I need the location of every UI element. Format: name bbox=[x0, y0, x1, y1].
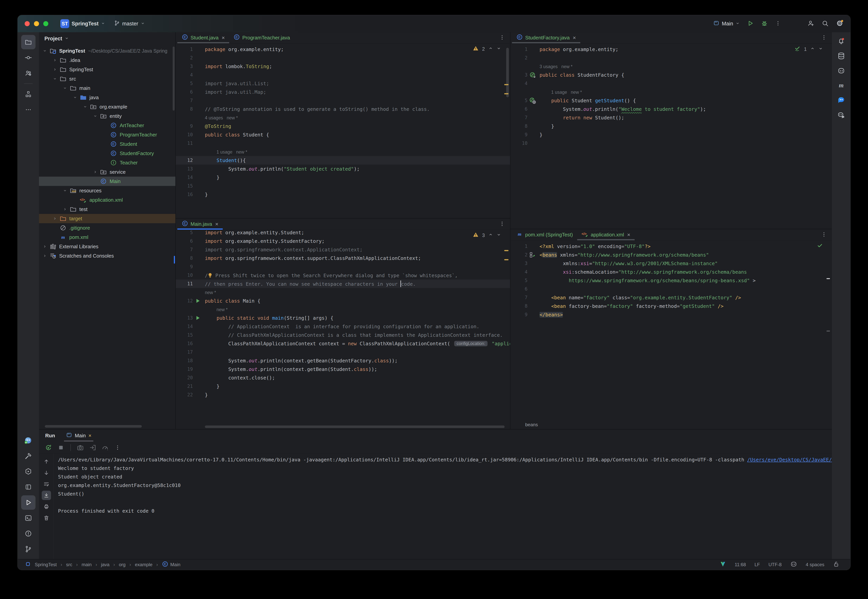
chevron-down-icon[interactable] bbox=[65, 36, 69, 42]
tool-maven-strip[interactable]: m bbox=[835, 79, 848, 92]
gauge-button[interactable] bbox=[100, 443, 110, 453]
run-tab-main[interactable]: Main × bbox=[64, 430, 93, 442]
tree-item-pom-xml[interactable]: mpom.xml bbox=[39, 233, 176, 242]
breadcrumb-item[interactable]: SpringTest bbox=[35, 562, 57, 567]
close-icon[interactable]: × bbox=[215, 221, 218, 227]
editor-vertical-scrollbar[interactable] bbox=[506, 48, 509, 97]
code-editor-area[interactable]: 5import org.example.entity.Student;6impo… bbox=[176, 230, 510, 429]
console-output[interactable]: /Users/eve/Library/Java/JavaVirtualMachi… bbox=[54, 454, 832, 559]
project-selector[interactable]: ST SpringTest bbox=[60, 19, 105, 28]
bean-gutter-icon[interactable] bbox=[527, 251, 538, 258]
tree-item-studentfactory[interactable]: CStudentFactory bbox=[39, 149, 176, 158]
tab-options-icon[interactable] bbox=[499, 35, 505, 41]
tree-chevron-icon[interactable] bbox=[92, 114, 99, 119]
inspection-widget[interactable]: 1 bbox=[794, 45, 823, 53]
tool-commit[interactable] bbox=[21, 50, 36, 65]
tree-item-artteacher[interactable]: CArtTeacher bbox=[39, 121, 176, 130]
settings-button[interactable] bbox=[836, 20, 843, 28]
tree-item-scratches-and-consoles[interactable]: Scratches and Consoles bbox=[39, 251, 176, 260]
close-window-button[interactable] bbox=[25, 21, 30, 26]
project-tree[interactable]: SpringTest~/Desktop/CS/JavaEE/2 Java Spr… bbox=[39, 45, 176, 429]
tool-notifications[interactable] bbox=[835, 35, 848, 47]
tree-item-resources[interactable]: resources bbox=[39, 186, 176, 195]
tool-build-hammer[interactable] bbox=[21, 449, 36, 463]
more-actions-button[interactable] bbox=[775, 20, 781, 27]
tab-student-java[interactable]: CStudent.java× bbox=[177, 32, 229, 43]
tree-chevron-icon[interactable] bbox=[41, 253, 49, 258]
tool-copilot-chat[interactable] bbox=[835, 109, 848, 121]
tool-project-folder[interactable] bbox=[21, 35, 36, 49]
tree-item-src[interactable]: src bbox=[39, 74, 176, 83]
vcs-branch-selector[interactable]: master bbox=[114, 20, 145, 27]
tool-pull-requests[interactable]: ? bbox=[21, 66, 36, 80]
project-panel-title[interactable]: Project bbox=[44, 36, 62, 42]
tree-item-test[interactable]: test bbox=[39, 205, 176, 214]
next-problem-icon[interactable] bbox=[818, 46, 823, 52]
zoom-window-button[interactable] bbox=[43, 21, 48, 26]
code-editor-area[interactable]: 1package org.example.entity;23import lom… bbox=[176, 44, 510, 218]
tree-chevron-icon[interactable] bbox=[61, 207, 69, 212]
tool-profiler[interactable] bbox=[21, 480, 36, 494]
status-11-68[interactable]: 11:68 bbox=[735, 562, 746, 567]
breadcrumb-item[interactable]: org bbox=[119, 562, 126, 567]
bean-gutter-icon[interactable] bbox=[527, 72, 538, 78]
run-configuration-selector[interactable]: Main bbox=[713, 20, 740, 27]
scroll-end-button[interactable] bbox=[42, 491, 51, 500]
tree-chevron-icon[interactable] bbox=[92, 169, 99, 175]
tree-item-service[interactable]: service bbox=[39, 167, 176, 177]
tool-version-control[interactable] bbox=[21, 542, 36, 556]
tree-item-main[interactable]: main bbox=[39, 83, 176, 93]
breadcrumb-item[interactable]: src bbox=[66, 562, 72, 567]
tree-item--gitignore[interactable]: .gitignore bbox=[39, 223, 176, 233]
status-utf-8[interactable]: UTF-8 bbox=[769, 562, 782, 567]
tab-main-java[interactable]: CMain.java× bbox=[177, 218, 223, 230]
bean-gutter-icon[interactable] bbox=[527, 97, 538, 104]
tree-item-programteacher[interactable]: CProgramTeacher bbox=[39, 130, 176, 139]
tree-item-springtest[interactable]: SpringTest bbox=[39, 65, 176, 74]
minimize-window-button[interactable] bbox=[34, 21, 39, 26]
copilot-status-icon[interactable] bbox=[790, 561, 797, 569]
breadcrumb[interactable]: SpringTest›src›main›java›org›example›CMa… bbox=[25, 561, 180, 569]
breadcrumb-item[interactable]: java bbox=[101, 562, 110, 567]
code-editor-area[interactable]: 1<?xml version="1.0" encoding="UTF-8"?>2… bbox=[511, 241, 832, 420]
tree-item-teacher[interactable]: ITeacher bbox=[39, 158, 176, 167]
tree-chevron-icon[interactable] bbox=[51, 67, 59, 72]
project-vertical-scrollbar[interactable] bbox=[173, 47, 174, 111]
editor-horizontal-scrollbar[interactable] bbox=[205, 426, 505, 428]
search-everywhere-button[interactable] bbox=[821, 20, 829, 27]
close-icon[interactable]: × bbox=[573, 35, 576, 41]
tree-chevron-icon[interactable] bbox=[51, 76, 59, 81]
tab-options-icon[interactable] bbox=[821, 35, 827, 41]
tree-item--idea[interactable]: .idea bbox=[39, 56, 176, 65]
run-gutter-icon[interactable] bbox=[193, 298, 203, 304]
debug-button[interactable] bbox=[761, 20, 768, 27]
close-icon[interactable]: × bbox=[627, 232, 630, 238]
project-horizontal-scrollbar[interactable] bbox=[45, 425, 142, 427]
tab-studentfactory-java[interactable]: CStudentFactory.java× bbox=[512, 32, 580, 43]
kebab-button[interactable] bbox=[113, 443, 122, 453]
tree-item-java[interactable]: java bbox=[39, 93, 176, 102]
tool-copilot[interactable] bbox=[835, 65, 848, 77]
run-button[interactable] bbox=[747, 20, 754, 27]
tree-chevron-icon[interactable] bbox=[61, 188, 69, 193]
vim-icon[interactable] bbox=[719, 561, 726, 569]
tree-item-entity[interactable]: entity bbox=[39, 111, 176, 121]
tool-problems[interactable] bbox=[21, 527, 36, 541]
arrow-up-button[interactable] bbox=[42, 457, 51, 466]
tab-options-icon[interactable] bbox=[821, 232, 827, 238]
breadcrumb-item[interactable]: main bbox=[81, 562, 92, 567]
tree-item-student[interactable]: CStudent bbox=[39, 139, 176, 149]
tree-chevron-icon[interactable] bbox=[71, 95, 79, 100]
run-gutter-icon[interactable] bbox=[193, 315, 203, 321]
import-test-button[interactable] bbox=[88, 443, 98, 453]
tool-run[interactable] bbox=[21, 495, 36, 510]
tree-item-springtest[interactable]: SpringTest~/Desktop/CS/JavaEE/2 Java Spr… bbox=[39, 46, 176, 56]
status-4-spaces[interactable]: 4 spaces bbox=[806, 562, 824, 567]
lock-icon[interactable] bbox=[833, 561, 839, 569]
clear-button[interactable] bbox=[42, 513, 51, 522]
tool-database[interactable] bbox=[835, 50, 848, 62]
next-problem-icon[interactable] bbox=[497, 46, 501, 52]
tree-item-org-example[interactable]: org.example bbox=[39, 102, 176, 111]
tree-chevron-icon[interactable] bbox=[41, 244, 49, 249]
inspection-widget[interactable]: 3 bbox=[473, 232, 501, 239]
